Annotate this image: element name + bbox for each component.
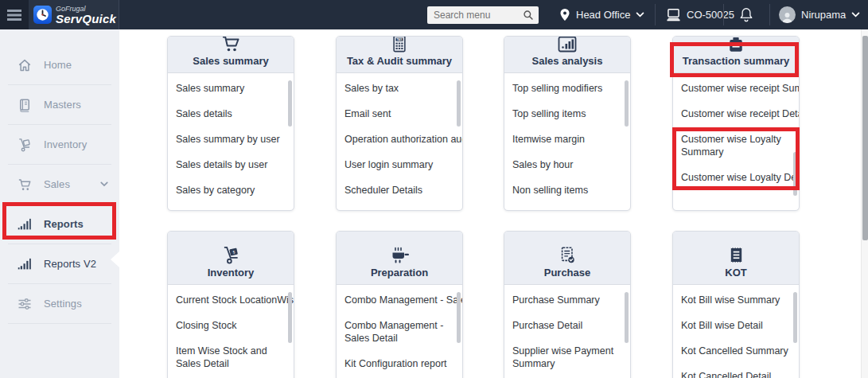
hamburger-menu-button[interactable]: [0, 0, 29, 29]
user-name-label: Nirupama: [801, 9, 846, 21]
sidebar-item-label: Home: [44, 59, 72, 71]
sidebar-item-masters[interactable]: Masters: [0, 85, 119, 124]
store-selector[interactable]: Head Office: [559, 0, 644, 29]
card-scrollbar[interactable]: [457, 292, 461, 343]
card-scrollbar[interactable]: [625, 80, 629, 127]
page-scrollbar-thumb[interactable]: [862, 36, 868, 240]
card-scrollbar[interactable]: [457, 80, 461, 127]
report-link[interactable]: Kot Bill wise Summary: [673, 287, 799, 313]
report-link[interactable]: Customer wise receipt Summary: [673, 76, 799, 101]
report-link[interactable]: Itemwise margin: [504, 127, 630, 152]
cart-icon: [18, 177, 32, 192]
report-link[interactable]: Operation authorization audit: [337, 127, 462, 152]
book-icon: [18, 98, 32, 112]
sidebar-item-label: Inventory: [44, 138, 87, 150]
handtruck-icon: [18, 138, 32, 152]
sidebar-item-settings[interactable]: Settings: [0, 284, 119, 323]
sidebar-item-reports[interactable]: Reports: [0, 205, 119, 244]
report-link[interactable]: Combo Management - Sales Detail: [337, 313, 462, 351]
card-scrollbar[interactable]: [793, 292, 797, 343]
report-link[interactable]: Item Wise Stock and Sales Detail: [168, 338, 294, 376]
clock-logo-icon: [33, 6, 52, 24]
sidebar-divider: [8, 323, 111, 324]
cart-icon: [221, 36, 240, 53]
card-scrollbar[interactable]: [625, 292, 629, 343]
report-link[interactable]: Customer wise receipt Detail: [673, 101, 799, 127]
report-card-purchase: Purchase Purchase SummaryPurchase Detail…: [504, 231, 631, 378]
report-link[interactable]: Email sent: [337, 101, 462, 127]
report-link[interactable]: Closing Stock: [168, 313, 294, 338]
report-link[interactable]: Customer wise Loyalty Summary: [673, 127, 799, 165]
sidebar-nav: Home Masters Inventory Sales: [0, 29, 119, 378]
sidebar-item-label: Reports: [44, 218, 84, 230]
chevron-down-icon: [636, 12, 644, 18]
terminal-selector[interactable]: CO-50025: [666, 0, 734, 29]
report-link[interactable]: Sales by category: [168, 177, 294, 203]
notifications-button[interactable]: [739, 0, 753, 29]
report-link[interactable]: Current Stock LocationWise: [168, 287, 294, 313]
report-link[interactable]: Sales summary by user: [168, 127, 294, 152]
location-pin-icon: [559, 8, 570, 21]
card-title: Preparation: [371, 267, 428, 279]
card-scrollbar[interactable]: [288, 292, 292, 343]
card-header-preparation[interactable]: Preparation: [337, 232, 462, 285]
card-header-tax-audit[interactable]: TAX Tax & Audit summary: [337, 37, 462, 73]
cooking-pot-icon: [389, 247, 410, 264]
card-header-sales-analysis[interactable]: Sales analysis: [504, 37, 630, 73]
report-link[interactable]: Sales by hour: [504, 152, 630, 177]
report-link[interactable]: Sales by tax: [337, 76, 462, 101]
card-header-kot[interactable]: KOT: [673, 232, 799, 285]
topbar-divider: [769, 4, 770, 25]
report-link[interactable]: Non selling items: [504, 177, 630, 203]
search-input[interactable]: [427, 6, 539, 24]
bar-chart-icon: [18, 257, 32, 271]
receipt-icon: [728, 246, 745, 264]
card-scrollbar[interactable]: [793, 152, 797, 196]
sidebar-item-label: Reports V2: [44, 258, 96, 270]
report-link[interactable]: Top selling modifiers: [504, 76, 630, 101]
sidebar-item-sales[interactable]: Sales: [0, 165, 119, 204]
report-link[interactable]: Kot Cancelled Summary: [673, 338, 799, 364]
sidebar-item-inventory[interactable]: Inventory: [0, 125, 119, 164]
report-link[interactable]: Supplier wise Payment Summary: [504, 338, 630, 376]
sidebar-item-reports-v2[interactable]: Reports V2: [0, 244, 119, 283]
terminal-id-label: CO-50025: [687, 9, 734, 21]
active-page-pointer: [111, 251, 119, 267]
search-icon[interactable]: [523, 10, 534, 21]
bell-icon: [739, 7, 753, 23]
report-link[interactable]: Purchase Summary: [504, 287, 630, 313]
report-link[interactable]: Purchase Detail: [504, 313, 630, 338]
report-link[interactable]: User login summary: [337, 152, 462, 177]
report-link[interactable]: Kit Configuration report: [337, 351, 462, 376]
card-title: Inventory: [208, 267, 255, 279]
report-card-transaction-summary: Transaction summary Customer wise receip…: [672, 36, 800, 211]
report-link[interactable]: Kot Bill wise Detail: [673, 313, 799, 338]
card-header-inventory[interactable]: $ Inventory: [168, 232, 294, 285]
user-menu[interactable]: Nirupama: [779, 0, 860, 29]
report-link[interactable]: Sales details: [168, 101, 294, 127]
sidebar-item-label: Sales: [44, 178, 70, 190]
report-link[interactable]: Sales details by user: [168, 152, 294, 177]
report-link[interactable]: Sales summary: [168, 76, 294, 101]
card-scrollbar[interactable]: [288, 80, 292, 127]
report-link[interactable]: Scheduler Details: [337, 177, 462, 203]
report-card-sales-analysis: Sales analysis Top selling modifiersTop …: [504, 36, 631, 211]
report-link[interactable]: Kot Cancelled Detail: [673, 364, 799, 378]
topbar-divider: [655, 4, 656, 25]
document-check-icon: [559, 246, 576, 264]
report-link[interactable]: Top selling items: [504, 101, 630, 127]
card-header-sales-summary[interactable]: Sales summary: [168, 37, 294, 73]
report-link[interactable]: Customer wise Loyalty Detail: [673, 165, 799, 190]
page-scrollbar[interactable]: [861, 29, 868, 378]
sidebar-item-home[interactable]: Home: [0, 45, 119, 84]
svg-text:TAX: TAX: [397, 38, 403, 41]
hamburger-icon: [6, 10, 22, 21]
card-header-transaction-summary[interactable]: Transaction summary: [673, 37, 799, 73]
card-list: Customer wise receipt SummaryCustomer wi…: [673, 73, 799, 190]
sliders-icon: [18, 297, 32, 311]
card-title: Sales summary: [193, 55, 268, 67]
report-link[interactable]: Combo Management - Sales: [337, 287, 462, 313]
card-list: Sales by taxEmail sentOperation authoriz…: [337, 73, 462, 203]
app-logo[interactable]: GoFrugal ServQuick: [29, 0, 119, 29]
card-header-purchase[interactable]: Purchase: [504, 232, 630, 285]
